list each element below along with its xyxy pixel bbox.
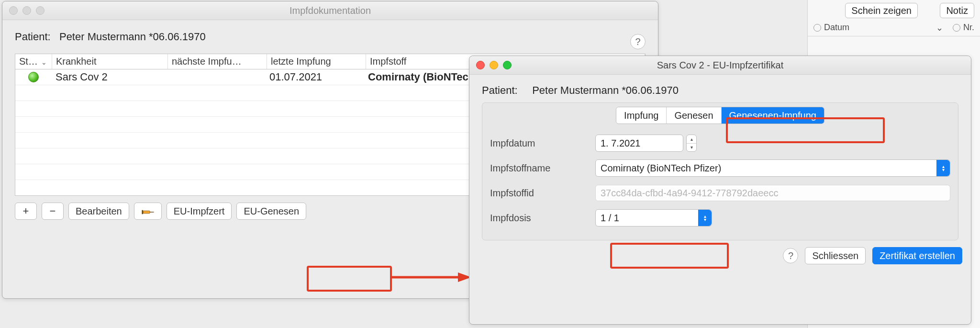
radio-icon (813, 24, 821, 32)
eu-genesen-button[interactable]: EU-Genesen (236, 203, 306, 220)
form-card: Impfung Genesen Genesenen-Impfung Impfda… (482, 102, 958, 240)
chevron-up-icon: ▴ (687, 135, 696, 144)
window-title: Sars Cov 2 - EU-Impfzertifikat (469, 60, 971, 71)
minimize-icon[interactable] (490, 61, 498, 69)
select-arrows-icon: ▴▾ (936, 160, 950, 176)
help-button[interactable]: ? (783, 248, 798, 263)
date-stepper[interactable]: ▴ ▾ (686, 135, 697, 152)
patient-label: Patient: (15, 31, 51, 43)
patient-value: Peter Mustermann *06.06.1970 (532, 84, 679, 96)
patient-line: Patient: Peter Mustermann *06.06.1970 (15, 31, 206, 43)
minimize-icon[interactable] (22, 6, 31, 15)
tab-genesen[interactable]: Genesen (667, 107, 721, 124)
window-title: Impfdokumentation (2, 5, 658, 16)
label-impfstoffname: Impfstoffname (490, 163, 595, 174)
chevron-down-icon: ▾ (687, 144, 696, 152)
window-eu-impfzertifikat: Sars Cov 2 - EU-Impfzertifikat Patient: … (469, 56, 971, 325)
col-letzte[interactable]: letzte Impfung (267, 54, 366, 69)
maximize-icon[interactable] (503, 61, 512, 69)
col-datum[interactable]: Datum (824, 23, 936, 33)
tab-segment: Impfung Genesen Genesenen-Impfung (616, 107, 824, 124)
syringe-button[interactable] (134, 203, 162, 220)
col-naechste[interactable]: nächste Impfu… (168, 54, 267, 69)
remove-button[interactable]: − (42, 203, 64, 220)
help-button[interactable]: ? (630, 34, 646, 49)
label-impfdosis: Impfdosis (490, 213, 595, 224)
bearbeiten-button[interactable]: Bearbeiten (68, 203, 129, 220)
cell-letzte: 01.07.2021 (266, 71, 364, 83)
patient-label: Patient: (482, 84, 518, 96)
select-arrows-icon: ▴▾ (698, 210, 712, 226)
traffic-lights (9, 6, 45, 15)
col-status[interactable]: St… ⌄ (15, 54, 52, 69)
schein-button[interactable]: Schein zeigen (845, 3, 918, 18)
col-krankheit[interactable]: Krankheit (52, 54, 168, 69)
cell-krankheit: Sars Cov 2 (52, 71, 167, 83)
impfstoffname-select[interactable]: Comirnaty (BioNTech Pfizer) ▴▾ (595, 159, 950, 177)
zertifikat-erstellen-button[interactable]: Zertifikat erstellen (872, 247, 962, 264)
status-green-icon (28, 72, 39, 82)
radio-icon-2 (953, 24, 960, 32)
svg-rect-1 (142, 210, 143, 214)
patient-value: Peter Mustermann *06.06.1970 (59, 31, 206, 43)
col-nr[interactable]: Nr. (963, 23, 974, 33)
notiz-button[interactable]: Notiz (940, 3, 974, 18)
titlebar: Impfdokumentation (2, 1, 658, 20)
svg-rect-0 (143, 211, 150, 214)
titlebar: Sars Cov 2 - EU-Impfzertifikat (469, 56, 971, 75)
close-icon[interactable] (9, 6, 18, 15)
tab-impfung[interactable]: Impfung (616, 107, 667, 124)
syringe-icon (141, 207, 155, 215)
schliessen-button[interactable]: Schliessen (805, 247, 866, 264)
highlight-eu-genesen (307, 266, 392, 292)
impfstoffid-field: 37cc84da-cfbd-4a94-9412-778792daeecc (595, 185, 950, 201)
traffic-lights (476, 61, 512, 69)
impfdosis-select[interactable]: 1 / 1 ▴▾ (595, 209, 712, 226)
close-icon[interactable] (476, 61, 485, 69)
add-button[interactable]: + (15, 203, 37, 220)
arrow-icon (391, 270, 472, 285)
maximize-icon[interactable] (36, 6, 45, 15)
chevron-down-icon: ⌄ (936, 23, 943, 33)
impfdatum-input[interactable]: 1. 7.2021 (595, 135, 683, 152)
label-impfdatum: Impfdatum (490, 138, 595, 149)
bg-table-header: Datum ⌄ Nr. (808, 19, 980, 36)
eu-impfzert-button[interactable]: EU-Impfzert (167, 203, 232, 220)
patient-line: Patient: Peter Mustermann *06.06.1970 (482, 84, 958, 97)
bottom-bar: ? Schliessen Zertifikat erstellen (469, 240, 971, 270)
label-impfstoffid: Impfstoffid (490, 188, 595, 199)
chevron-down-icon: ⌄ (41, 58, 47, 66)
tab-genesenen-impfung[interactable]: Genesenen-Impfung (722, 107, 824, 124)
